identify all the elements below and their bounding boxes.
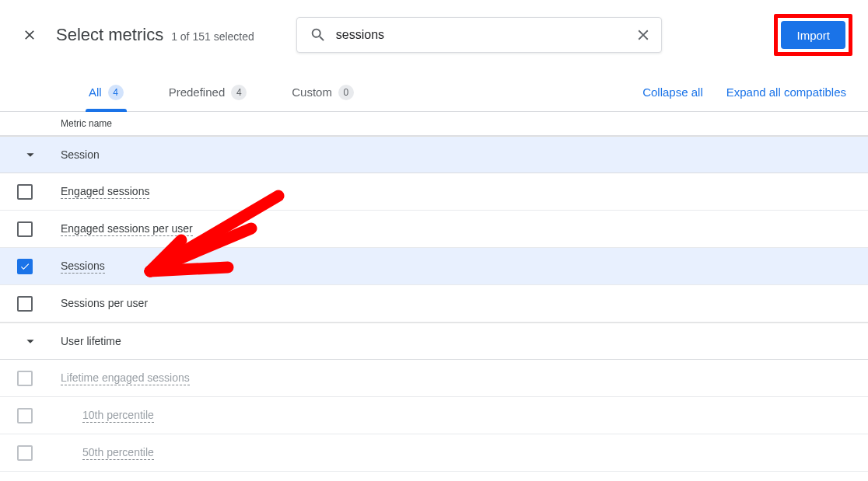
tab-all[interactable]: All 4: [78, 73, 135, 111]
metric-row-engaged-sessions-per-user[interactable]: Engaged sessions per user: [0, 211, 868, 248]
group-session[interactable]: Session: [0, 136, 868, 173]
metric-row-10th-percentile: 10th percentile: [0, 397, 868, 434]
close-icon[interactable]: [22, 27, 37, 43]
metric-label: 50th percentile: [82, 446, 154, 460]
search-input[interactable]: [336, 28, 635, 42]
tab-predefined[interactable]: Predefined 4: [158, 73, 258, 111]
collapse-all-link[interactable]: Collapse all: [642, 85, 703, 99]
metric-row-sessions-per-user[interactable]: Sessions per user: [0, 285, 868, 322]
metric-row-engaged-sessions[interactable]: Engaged sessions: [0, 173, 868, 211]
clear-search-icon[interactable]: [635, 26, 652, 44]
tab-all-count: 4: [108, 85, 124, 100]
checkbox-10th-percentile: [17, 408, 33, 423]
tab-predefined-count: 4: [231, 85, 247, 100]
selection-count: 1 of 151 selected: [171, 30, 254, 43]
search-field[interactable]: [296, 17, 662, 53]
group-user-lifetime[interactable]: User lifetime: [0, 322, 868, 360]
tab-all-label: All: [89, 85, 102, 99]
checkbox-sessions-per-user[interactable]: [17, 296, 33, 312]
tab-custom-label: Custom: [292, 85, 332, 99]
metric-row-50th-percentile: 50th percentile: [0, 434, 868, 472]
search-icon: [310, 26, 327, 44]
checkbox-engaged-sessions[interactable]: [17, 184, 33, 200]
tab-custom-count: 0: [338, 85, 354, 100]
import-button[interactable]: Import: [781, 21, 845, 49]
checkbox-lifetime-engaged-sessions: [17, 371, 33, 386]
list-column-header: Metric name: [0, 112, 868, 136]
tab-custom[interactable]: Custom 0: [281, 73, 365, 111]
metric-row-lifetime-engaged-sessions: Lifetime engaged sessions: [0, 360, 868, 397]
metric-label: Lifetime engaged sessions: [61, 371, 190, 385]
group-user-lifetime-label: User lifetime: [61, 335, 121, 347]
metric-label: Engaged sessions per user: [61, 222, 193, 236]
chevron-down-icon: [22, 333, 40, 350]
metric-row-sessions[interactable]: Sessions: [0, 248, 868, 285]
tab-predefined-label: Predefined: [169, 85, 226, 99]
import-highlight-annotation: Import: [774, 14, 852, 56]
checkbox-50th-percentile: [17, 445, 33, 461]
expand-all-link[interactable]: Expand all compatibles: [726, 85, 846, 99]
metric-label: Sessions per user: [61, 297, 148, 310]
chevron-down-icon: [22, 146, 40, 163]
group-session-label: Session: [61, 148, 100, 161]
checkbox-sessions[interactable]: [17, 259, 33, 274]
checkbox-engaged-sessions-per-user[interactable]: [17, 221, 33, 237]
metric-label: 10th percentile: [82, 409, 154, 423]
metric-label: Sessions: [61, 260, 105, 274]
dialog-title: Select metrics: [56, 25, 163, 45]
metric-label: Engaged sessions: [61, 185, 149, 199]
